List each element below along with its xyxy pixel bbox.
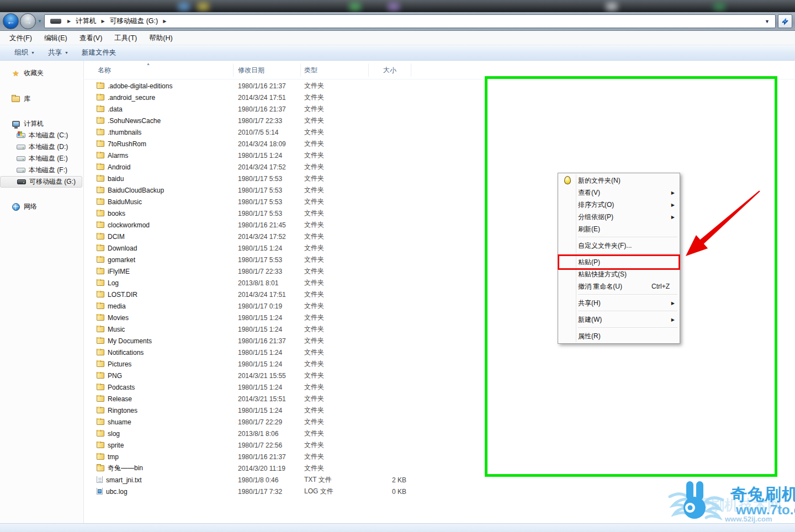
drive-icon: [50, 19, 61, 24]
watermark-url2: www.52ij.com: [725, 515, 772, 523]
menu-item[interactable]: 撤消 重命名(U) Ctrl+Z: [559, 280, 679, 292]
file-icon: [97, 245, 104, 251]
menu-item[interactable]: 属性(R): [559, 330, 679, 342]
sidebar-item-libraries[interactable]: 库: [0, 93, 83, 105]
file-name: baidu: [108, 175, 124, 183]
file-date: 2014/3/24 17:52: [234, 163, 301, 171]
file-icon: [97, 233, 104, 240]
menu-item[interactable]: 新的文件夹(N): [559, 174, 679, 187]
file-icon: [97, 338, 104, 344]
toolbar-button[interactable]: 新建文件夹: [75, 46, 123, 60]
column-header-date[interactable]: 修改日期: [234, 63, 301, 77]
file-icon: [97, 106, 104, 112]
refresh-button[interactable]: [778, 14, 792, 28]
menu-item[interactable]: 排序方式(O) ▶: [559, 199, 679, 211]
file-size: 2 KB: [369, 476, 411, 484]
sidebar-item-drive[interactable]: 本地磁盘 (F:): [0, 164, 83, 176]
sidebar-item-drive[interactable]: 本地磁盘 (E:): [0, 153, 83, 164]
file-icon: [97, 303, 104, 309]
menu-bar: 文件(F) 编辑(E) 查看(V) 工具(T) 帮助(H): [0, 31, 795, 45]
submenu-arrow-icon: ▶: [671, 297, 675, 310]
back-button[interactable]: ←: [3, 13, 19, 29]
menu-item[interactable]: 刷新(E): [559, 223, 679, 235]
navigation-pane: ★ 收藏夹 库 计算机 本地磁盘 (C:) 本地磁盘 (D:) 本地磁盘 (E:…: [0, 61, 84, 523]
menu-item[interactable]: 分组依据(P) ▶: [559, 211, 679, 223]
sidebar-item-drive[interactable]: 本地磁盘 (D:): [0, 141, 83, 153]
toolbar-button[interactable]: 共享 ▼: [41, 46, 75, 60]
sidebar-item-drive[interactable]: 可移动磁盘 (G:): [0, 176, 82, 188]
file-icon: [97, 476, 103, 483]
menu-item[interactable]: 自定义文件夹(F)...: [559, 240, 679, 252]
menu-item-shortcut: Ctrl+Z: [651, 280, 670, 292]
file-icon: [97, 442, 104, 448]
file-type: 文件夹: [301, 464, 369, 473]
file-type: 文件夹: [301, 104, 369, 114]
file-icon: [97, 454, 104, 460]
breadcrumb-segment[interactable]: 可移动磁盘 (G:): [109, 15, 160, 27]
breadcrumb-segment[interactable]: 计算机: [75, 15, 98, 27]
sidebar-item-favorites[interactable]: ★ 收藏夹: [0, 67, 83, 79]
file-type: TXT 文件: [301, 475, 369, 485]
menu-bar-item[interactable]: 文件(F): [3, 32, 38, 45]
file-type: 文件夹: [301, 243, 369, 253]
file-name: BaiduMusic: [108, 198, 142, 206]
file-icon: [97, 396, 104, 402]
menu-bar-item[interactable]: 帮助(H): [143, 32, 178, 45]
command-toolbar: 组织 ▼ 共享 ▼ 新建文件夹: [0, 45, 795, 61]
file-date: 1980/1/15 1:24: [234, 314, 301, 322]
file-date: 1980/1/15 1:24: [234, 326, 301, 333]
sidebar-item-network[interactable]: 网络: [0, 201, 83, 212]
file-date: 2013/8/1 8:01: [234, 279, 301, 287]
file-type: 文件夹: [301, 220, 369, 230]
menu-item-label: 排序方式(O): [578, 201, 614, 209]
menu-bar-item[interactable]: 工具(T): [108, 32, 143, 45]
file-type: 文件夹: [301, 278, 369, 288]
menu-item[interactable]: 粘贴快捷方式(S): [559, 268, 679, 280]
breadcrumb[interactable]: ▶ 计算机 ▶ 可移动磁盘 (G:) ▶ ▼: [44, 14, 776, 28]
file-icon: [97, 187, 104, 193]
file-icon: [97, 222, 104, 228]
file-name: My Documents: [108, 337, 152, 345]
file-date: 2013/8/1 8:06: [234, 430, 301, 438]
menu-item[interactable]: 粘贴(P): [559, 256, 679, 268]
file-type: 文件夹: [301, 185, 369, 195]
file-name: iFlyIME: [108, 268, 130, 275]
file-date: 2014/3/24 18:09: [234, 140, 301, 148]
file-date: 1980/1/15 1:24: [234, 407, 301, 414]
column-header-size[interactable]: 大小: [369, 63, 411, 77]
drive-icon: [17, 156, 25, 161]
toolbar-button[interactable]: 组织 ▼: [8, 46, 41, 60]
file-type: 文件夹: [301, 232, 369, 241]
file-type: 文件夹: [301, 313, 369, 322]
file-name: slog: [108, 430, 120, 438]
file-type: 文件夹: [301, 162, 369, 172]
menu-item-label: 新的文件夹(N): [578, 177, 621, 184]
menu-item[interactable]: 共享(H) ▶: [559, 297, 679, 309]
menu-bar-item[interactable]: 编辑(E): [38, 32, 73, 45]
file-type: 文件夹: [301, 440, 369, 450]
file-name: Android: [108, 163, 130, 171]
address-dropdown-icon[interactable]: ▼: [765, 19, 770, 24]
menu-bar-item[interactable]: 查看(V): [73, 32, 109, 45]
file-date: 2014/3/24 17:52: [234, 233, 301, 241]
sidebar-item-computer[interactable]: 计算机: [0, 118, 83, 130]
file-icon: [97, 419, 104, 425]
file-name: gomarket: [108, 256, 135, 264]
file-name: media: [108, 302, 126, 310]
sidebar-item-drive[interactable]: 本地磁盘 (C:): [0, 130, 83, 141]
column-header-type[interactable]: 类型: [301, 63, 369, 77]
file-type: 文件夹: [301, 348, 369, 357]
menu-item[interactable]: 查看(V) ▶: [559, 187, 679, 199]
file-date: 1980/1/17 5:53: [234, 187, 301, 194]
menu-item[interactable]: 新建(W) ▶: [559, 313, 679, 326]
forward-button[interactable]: →: [20, 13, 36, 29]
file-icon: [97, 488, 103, 495]
breadcrumb-arrow-icon: ▶: [163, 19, 166, 24]
recent-pages-dropdown-icon[interactable]: ▼: [38, 19, 42, 24]
menu-item-label: 新建(W): [578, 316, 602, 323]
watermark: 爱刷机技术网 奇兔刷机 www.7to.cn www.52ij.com: [660, 480, 795, 524]
column-header-name[interactable]: 名称: [84, 63, 234, 77]
file-name: Podcasts: [108, 384, 135, 391]
submenu-arrow-icon: ▶: [671, 187, 675, 199]
drive-icon: [17, 133, 25, 138]
